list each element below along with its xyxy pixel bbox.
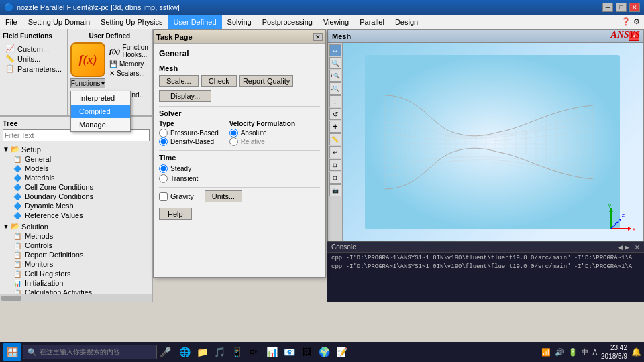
tree-label: Reference Values [25, 211, 83, 219]
menu-design[interactable]: Design [390, 15, 423, 29]
menu-setup-physics[interactable]: Setting Up Physics [95, 15, 168, 29]
memory-button[interactable]: 💾 Memory... [109, 60, 149, 68]
box-zoom-btn[interactable]: ⊡ [329, 159, 341, 171]
console-close-btn[interactable]: ✕ [635, 244, 640, 251]
taskbar-chrome-icon[interactable]: 🌍 [316, 344, 332, 360]
density-based-input[interactable] [159, 137, 168, 146]
velocity-label: Velocity Formulation [229, 120, 295, 127]
tree-item-monitors[interactable]: 📋 Monitors [13, 259, 150, 269]
pressure-based-radio[interactable]: Pressure-Based [159, 129, 219, 137]
parameters-button[interactable]: 📋 Parameters... [3, 64, 64, 74]
zoom-plus-tool-btn[interactable]: +🔍 [329, 70, 341, 82]
horizontal-scrollbar[interactable] [0, 294, 152, 302]
transient-input[interactable] [159, 174, 168, 183]
notification-icon[interactable]: 🔔 [631, 347, 641, 357]
taskbar-media-icon[interactable]: 🎵 [211, 344, 227, 360]
absolute-radio[interactable]: Absolute [229, 129, 295, 137]
tree-item-reference[interactable]: 🔷 Reference Values [13, 210, 150, 220]
sys-lang-icon[interactable]: A [592, 349, 597, 356]
app-icon: 🔵 [4, 3, 14, 12]
tree-item-dynamic-mesh[interactable]: 🔷 Dynamic Mesh [13, 201, 150, 210]
console-line-1: cpp -I"D:\PROGRA~1\ANSYS1~1.0IN\v190\flu… [331, 254, 640, 263]
tree-item-materials[interactable]: 🔷 Materials [13, 173, 150, 182]
report-quality-button[interactable]: Report Quality [239, 75, 293, 87]
taskbar-photos-icon[interactable]: 🖼 [299, 344, 315, 360]
dropdown-item-interpreted[interactable]: Interpreted [71, 91, 130, 105]
reset-tool-btn[interactable]: ↩ [329, 146, 341, 158]
menu-viewing[interactable]: Viewing [318, 15, 354, 29]
close-button[interactable]: ✕ [629, 3, 640, 12]
display-button[interactable]: Display... [159, 90, 211, 102]
task-page-close-btn[interactable]: ✕ [313, 33, 323, 41]
menu-postprocessing[interactable]: Postprocessing [257, 15, 318, 29]
scale-button[interactable]: Scale... [159, 75, 199, 87]
pan-tool-btn[interactable]: ↕ [329, 95, 341, 107]
tree-item-solution[interactable]: ▼ 📂 Solution [3, 221, 150, 231]
dropdown-item-compiled[interactable]: Compiled [71, 105, 130, 118]
units-icon: 📏 [5, 54, 15, 63]
tree-item-calc-activities[interactable]: 📋 Calculation Activities [13, 288, 150, 294]
gravity-checkbox-item[interactable]: Gravity [159, 192, 194, 201]
relative-radio[interactable]: Relative [229, 137, 295, 146]
custom-button[interactable]: 📈 Custom... [3, 44, 64, 54]
menu-solving[interactable]: Solving [222, 15, 257, 29]
rotate-tool-btn[interactable]: ↺ [329, 108, 341, 120]
check-button[interactable]: Check [201, 75, 237, 87]
console-nav-btn[interactable]: ◀ ▶ [618, 244, 629, 251]
taskbar-mobile-icon[interactable]: 📱 [229, 344, 245, 360]
menu-parallel[interactable]: Parallel [354, 15, 390, 29]
screenshot-btn[interactable]: 📷 [329, 184, 341, 196]
fit-tool-btn[interactable]: ↔ [329, 44, 341, 56]
units-button[interactable]: 📏 Units... [3, 54, 64, 64]
pick-tool-btn[interactable]: ✚ [329, 121, 341, 133]
taskbar-email-icon[interactable]: 📧 [281, 344, 297, 360]
tree-item-boundary[interactable]: 🔷 Boundary Conditions [13, 192, 150, 201]
steady-input[interactable] [159, 164, 168, 173]
menu-file[interactable]: File [0, 15, 23, 29]
functions-dropdown-btn[interactable]: Functions ▾ [70, 78, 105, 88]
density-based-radio[interactable]: Density-Based [159, 137, 219, 146]
taskbar-browser-icon[interactable]: 🌐 [176, 344, 193, 360]
help-icon[interactable]: ❓ [621, 17, 631, 26]
scalars-button[interactable]: ✕ Scalars... [109, 70, 149, 77]
settings-icon[interactable]: ⚙ [633, 17, 640, 26]
tree-item-models[interactable]: 🔷 Models [13, 164, 150, 173]
start-button[interactable]: 🪟 [3, 343, 21, 361]
tree-item-cell-zone[interactable]: 🔷 Cell Zone Conditions [13, 182, 150, 192]
units-button[interactable]: Units... [205, 190, 242, 202]
mic-icon[interactable]: 🎤 [158, 347, 172, 357]
tree-item-setup[interactable]: ▼ 📂 Setup [3, 144, 150, 154]
tree-item-report-defs[interactable]: 📋 Report Definitions [13, 250, 150, 259]
sys-volume-icon[interactable]: 🔊 [555, 348, 564, 357]
taskbar-explorer-icon[interactable]: 📁 [194, 344, 210, 360]
tree-item-controls[interactable]: 📋 Controls [13, 241, 150, 250]
minimize-button[interactable]: ─ [602, 3, 613, 12]
tree-item-general[interactable]: 📋 General [13, 154, 150, 164]
taskbar-word-icon[interactable]: 📝 [333, 344, 350, 360]
tree-item-initialization[interactable]: 📊 Initialization [13, 278, 150, 288]
sys-battery-icon[interactable]: 🔋 [568, 348, 578, 357]
zoom-in-tool-btn[interactable]: 🔍 [329, 57, 341, 69]
sys-input-icon[interactable]: 中 [582, 347, 588, 357]
dropdown-item-manage[interactable]: Manage... [71, 118, 130, 131]
gravity-checkbox[interactable] [159, 192, 168, 201]
tree-item-cell-registers[interactable]: 📋 Cell Registers [13, 269, 150, 278]
zoom-minus-tool-btn[interactable]: -🔍 [329, 82, 341, 95]
function-hooks-button[interactable]: f(x) Function Hooks... [109, 44, 149, 58]
maximize-button[interactable]: □ [616, 3, 627, 12]
clip-btn[interactable]: ⊟ [329, 172, 341, 184]
menu-setup-domain[interactable]: Setting Up Domain [23, 15, 95, 29]
absolute-input[interactable] [229, 129, 238, 137]
relative-input[interactable] [229, 137, 238, 146]
pressure-based-input[interactable] [159, 129, 168, 137]
measure-tool-btn[interactable]: 📏 [329, 133, 341, 145]
tree-item-methods[interactable]: 📋 Methods [13, 231, 150, 241]
taskbar-search[interactable]: 🔍 在这里输入你要搜索的内容 [23, 345, 157, 359]
taskbar-store-icon[interactable]: 🛍 [246, 344, 262, 360]
taskbar-office-icon[interactable]: 📊 [264, 344, 280, 360]
sys-network-icon[interactable]: 📶 [541, 348, 551, 357]
menu-user-defined[interactable]: User Defined [168, 15, 221, 29]
help-button[interactable]: Help [159, 208, 192, 220]
transient-radio[interactable]: Transient [159, 174, 320, 183]
steady-radio[interactable]: Steady [159, 164, 320, 173]
